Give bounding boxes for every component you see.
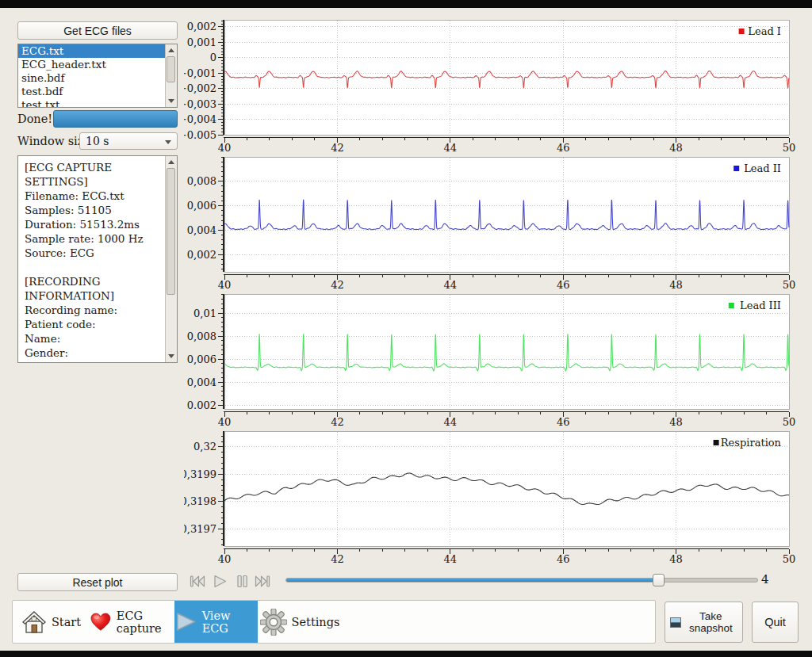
take-snapshot-button[interactable]: Take snapshot: [665, 602, 743, 643]
slider-handle[interactable]: [653, 574, 665, 586]
slider-value-label: 4: [761, 572, 769, 586]
get-ecg-files-button[interactable]: Get ECG files: [17, 21, 178, 40]
list-item[interactable]: ECG_header.txt: [18, 58, 166, 71]
ecg-chart-lead-iii: 0,010,0080,0060,0040.002404244464850Lead…: [184, 290, 799, 427]
progress-bar: [53, 110, 178, 128]
scroll-down-icon[interactable]: [166, 96, 176, 106]
play-icon[interactable]: [210, 573, 229, 589]
file-list[interactable]: ECG.txtECG_header.txtsine.bdftest.bdftes…: [17, 44, 178, 108]
svg-text:40: 40: [218, 553, 232, 565]
file-list-rows: ECG.txtECG_header.txtsine.bdftest.bdftes…: [18, 44, 166, 107]
window-size-dropdown[interactable]: 10 s: [79, 132, 178, 150]
tab-start[interactable]: Start: [13, 601, 90, 643]
tab-settings[interactable]: Settings: [258, 601, 342, 643]
tab-view-ecg-label: View ECG: [202, 609, 258, 635]
respiration-chart: 0,320,31990,31980,3197404244464850Respir…: [184, 427, 799, 564]
info-scrollbar[interactable]: [165, 156, 177, 362]
svg-text:−0,004: −0,004: [184, 113, 216, 125]
svg-text:0,002: 0,002: [187, 21, 216, 32]
svg-text:0.002: 0.002: [187, 399, 216, 411]
svg-text:48: 48: [669, 142, 683, 154]
scroll-up-icon[interactable]: [166, 45, 176, 55]
svg-text:−0,001: −0,001: [184, 67, 216, 79]
svg-text:0,004: 0,004: [187, 376, 216, 388]
svg-text:48: 48: [669, 416, 683, 428]
tab-ecg-capture[interactable]: ECG capture: [90, 601, 174, 643]
list-item[interactable]: test.bdf: [18, 85, 166, 98]
svg-text:0,008: 0,008: [187, 175, 216, 187]
svg-text:40: 40: [218, 279, 232, 291]
scroll-up-icon[interactable]: [166, 157, 176, 167]
svg-text:46: 46: [557, 142, 570, 154]
svg-text:50: 50: [783, 142, 796, 154]
pause-icon[interactable]: [232, 573, 251, 589]
svg-text:Lead III: Lead III: [740, 300, 781, 311]
position-slider[interactable]: [285, 578, 758, 583]
window-top-edge: [0, 0, 812, 8]
svg-text:0,004: 0,004: [187, 224, 216, 236]
svg-text:0,3199: 0,3199: [184, 468, 216, 480]
quit-button[interactable]: Quit: [752, 602, 799, 643]
ecg-chart-lead-ii: 0,0080,0060,0040,002404244464850Lead II: [184, 153, 799, 290]
heart-icon: [90, 609, 112, 634]
svg-text:42: 42: [331, 279, 344, 291]
window-bottom-edge: [0, 651, 812, 657]
gear-icon: [260, 609, 287, 636]
list-item[interactable]: sine.bdf: [18, 71, 166, 85]
svg-text:Lead II: Lead II: [744, 162, 781, 174]
list-item[interactable]: ECG.txt: [18, 44, 166, 58]
svg-text:50: 50: [783, 416, 796, 428]
scroll-down-icon[interactable]: [166, 351, 176, 361]
tab-view-ecg[interactable]: View ECG: [174, 601, 258, 643]
svg-text:42: 42: [331, 416, 344, 428]
svg-text:44: 44: [444, 279, 458, 291]
capture-info-text: [ECG CAPTURE SETTINGS] Filename: ECG.txt…: [18, 156, 166, 362]
svg-text:0,001: 0,001: [187, 36, 216, 48]
info-scroll-thumb[interactable]: [167, 168, 175, 295]
svg-text:42: 42: [331, 553, 344, 565]
svg-text:40: 40: [218, 416, 232, 428]
tab-start-label: Start: [52, 616, 81, 628]
svg-text:46: 46: [557, 416, 570, 428]
svg-text:50: 50: [783, 553, 796, 565]
svg-text:0,01: 0,01: [193, 307, 216, 319]
ecg-chart-lead-i: 0,0020,0010−0,001−0,002−0,003−0,004−0.00…: [184, 16, 799, 153]
file-list-scroll-thumb[interactable]: [167, 56, 175, 82]
capture-info-panel[interactable]: [ECG CAPTURE SETTINGS] Filename: ECG.txt…: [17, 155, 178, 363]
svg-text:48: 48: [669, 279, 683, 291]
svg-text:0,008: 0,008: [187, 330, 216, 342]
skip-to-end-icon[interactable]: [253, 573, 272, 589]
svg-text:44: 44: [444, 553, 458, 565]
svg-text:0,3198: 0,3198: [184, 495, 216, 507]
svg-text:46: 46: [557, 279, 570, 291]
svg-text:Respiration: Respiration: [721, 437, 782, 449]
list-item[interactable]: test.txt: [18, 98, 166, 107]
window-size-value: 10 s: [86, 135, 109, 147]
svg-text:44: 44: [444, 416, 458, 428]
file-list-scrollbar[interactable]: [165, 44, 177, 107]
tab-ecg-capture-label: ECG capture: [117, 609, 174, 635]
take-snapshot-label: Take snapshot: [684, 610, 737, 634]
svg-text:−0,003: −0,003: [184, 98, 216, 110]
done-label: Done!: [17, 113, 52, 125]
svg-text:0: 0: [210, 52, 216, 63]
svg-text:40: 40: [218, 142, 232, 154]
svg-text:0,002: 0,002: [187, 249, 216, 261]
tab-settings-label: Settings: [292, 616, 340, 628]
main-toolbar: Start ECG capture View ECG: [12, 600, 656, 644]
photo-icon: [670, 617, 681, 628]
slider-fill: [286, 579, 658, 582]
svg-text:−0,002: −0,002: [184, 82, 216, 94]
skip-to-start-icon[interactable]: [188, 573, 207, 589]
svg-text:50: 50: [783, 279, 796, 291]
svg-text:Lead I: Lead I: [748, 25, 781, 37]
svg-text:0,006: 0,006: [187, 200, 216, 212]
svg-text:0,32: 0,32: [193, 441, 216, 453]
svg-text:0,006: 0,006: [187, 353, 216, 365]
reset-plot-button[interactable]: Reset plot: [17, 573, 178, 591]
house-icon: [21, 610, 47, 634]
chevron-down-icon: [165, 140, 171, 144]
svg-text:0,3197: 0,3197: [184, 523, 216, 535]
play-triangle-icon: [174, 611, 197, 632]
svg-text:44: 44: [444, 142, 458, 154]
